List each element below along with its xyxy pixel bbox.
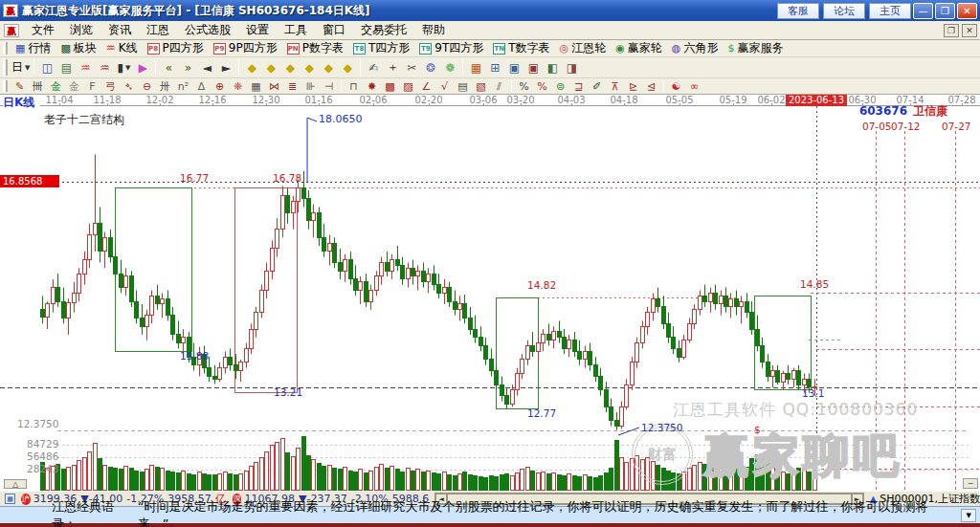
square-nine-icon[interactable]: n² <box>175 79 191 94</box>
menu-tools[interactable]: 工具 <box>277 21 315 38</box>
link-window-icon[interactable]: ◫ <box>38 59 56 77</box>
multi-grid-icon[interactable]: ≣ <box>284 79 301 94</box>
star-tool-icon[interactable]: ❈ <box>230 79 246 94</box>
percent-line-icon[interactable]: % <box>516 79 532 94</box>
shade-grid-icon[interactable]: ▩ <box>382 79 398 94</box>
compass-icon[interactable]: ❁ <box>441 59 458 77</box>
minimize-button[interactable]: — <box>913 3 933 19</box>
t9-square-button[interactable]: T99T四方形 <box>414 40 488 56</box>
check-wave-icon[interactable]: √ <box>436 79 453 94</box>
t-square-button[interactable]: T8T四方形 <box>348 40 414 56</box>
save-layout-icon[interactable]: ▣ <box>505 59 523 77</box>
pencil-tool-icon[interactable]: ✎ <box>11 79 28 94</box>
golden-box-icon[interactable]: 金 <box>48 79 64 94</box>
arc-tool-icon[interactable]: 弓 <box>102 79 119 94</box>
gann-diamond-6-icon[interactable]: ◆ <box>339 59 356 77</box>
home-button[interactable]: 主页 <box>869 3 911 19</box>
menu-browse[interactable]: 浏览 <box>62 21 100 38</box>
yinyang-icon[interactable]: ☯ <box>668 79 684 94</box>
gann-diamond-2-icon[interactable]: ◆ <box>262 59 279 77</box>
wave-mark-icon[interactable]: ⋈ <box>266 79 282 94</box>
major-wave-icon[interactable]: ♒ <box>96 59 113 77</box>
export-icon[interactable]: ◨ <box>563 59 580 77</box>
restore-button[interactable]: ❐ <box>935 3 955 19</box>
minor-wave-icon[interactable]: ♒ <box>77 59 94 77</box>
measure-icon[interactable]: ✂ <box>403 59 420 77</box>
stock-info-icon[interactable]: ▤ <box>57 59 75 77</box>
gann-wheel-button[interactable]: ◎江恩轮 <box>555 40 612 56</box>
angle-tool-icon[interactable]: ∠ <box>418 79 434 94</box>
quote-grid-icon[interactable]: ▦ <box>5 494 15 504</box>
support-button[interactable]: 客服 <box>777 3 819 19</box>
save-image-icon[interactable]: ▣ <box>524 59 542 77</box>
span-tool-icon[interactable]: ⊣ <box>321 79 337 94</box>
menu-formula[interactable]: 公式选股 <box>177 21 238 38</box>
golden-box2-icon[interactable]: 金 <box>66 79 82 94</box>
p9-square-button[interactable]: P99P四方形 <box>209 40 282 56</box>
period-daily-combo[interactable]: 日▼ <box>11 59 30 77</box>
quote-dropdown-button[interactable]: ▼ <box>961 509 976 522</box>
candlestick-chart[interactable]: 11-0411-1812-0212-1612-3001-1602-0602-20… <box>0 95 980 491</box>
gann-diamond-1-icon[interactable]: ◆ <box>243 59 260 77</box>
bars-tool-icon[interactable]: ⊪ <box>302 79 319 94</box>
calendar-icon[interactable]: ▦ <box>467 59 484 77</box>
shanghai-icon[interactable]: 沪 <box>21 494 31 505</box>
cycle-circle-icon[interactable]: ⊖ <box>139 79 155 94</box>
t-table-button[interactable]: TNT数字表 <box>488 40 554 56</box>
forum-button[interactable]: 论坛 <box>823 3 865 19</box>
monitor-icon[interactable]: ◧ <box>544 59 561 77</box>
gann-diamond-3-icon[interactable]: ◆ <box>281 59 299 77</box>
pen-adjust-icon[interactable]: ✐ <box>589 79 605 94</box>
slash-lines-icon[interactable]: ⫽ <box>491 79 507 94</box>
p-table-button[interactable]: PNP数字表 <box>282 40 348 56</box>
channel-icon[interactable]: ⊼ <box>607 79 623 94</box>
winner-service-button[interactable]: $赢家服务 <box>723 40 788 56</box>
gold-circle-icon[interactable]: ⊜ <box>552 79 568 94</box>
pane-expand-button[interactable]: △ <box>4 479 27 489</box>
close-button[interactable]: ✕ <box>957 3 977 19</box>
wheel-mini-icon[interactable]: ❂ <box>422 59 439 77</box>
indicator-flag-icon[interactable]: ▶ <box>134 59 151 77</box>
menu-window[interactable]: 窗口 <box>315 21 353 38</box>
rail-tool-icon[interactable]: ⊓ <box>345 79 362 94</box>
hexagon-button[interactable]: ◍六角形 <box>667 40 724 56</box>
menu-gann[interactable]: 江恩 <box>139 21 177 38</box>
p-square-button[interactable]: P8P四方形 <box>143 40 209 56</box>
ladder-up-icon[interactable]: ⊵ <box>625 79 641 94</box>
grid-tool-icon[interactable]: ▦ <box>248 79 264 94</box>
sectors-button[interactable]: ▩板块 <box>56 40 100 56</box>
mdi-restore-button[interactable]: ❐ <box>944 24 959 37</box>
mdi-close-button[interactable]: ✕ <box>962 24 977 37</box>
rays-tool-icon[interactable]: ✸ <box>364 79 380 94</box>
time-ruler-icon[interactable]: 卌 <box>30 79 46 94</box>
time-cycle-icon[interactable]: 卅 <box>157 79 173 94</box>
winner-wheel-button[interactable]: ◉赢家轮 <box>611 40 667 56</box>
next-page-icon[interactable]: ► <box>217 59 234 77</box>
kline-button[interactable]: ♒K线 <box>101 40 143 56</box>
menu-news[interactable]: 资讯 <box>100 21 139 38</box>
menu-settings[interactable]: 设置 <box>238 21 277 38</box>
first-page-icon[interactable]: « <box>160 59 177 77</box>
menu-help[interactable]: 帮助 <box>414 21 453 38</box>
prev-page-icon[interactable]: ◄ <box>198 59 215 77</box>
calculator-icon[interactable]: ⊞ <box>486 59 503 77</box>
fine-grid-icon[interactable]: ▤ <box>455 79 471 94</box>
dense-grid-icon[interactable]: ▧ <box>473 79 489 94</box>
last-page-icon[interactable]: » <box>179 59 196 77</box>
triangle-tool-icon[interactable]: ∆ <box>193 79 210 94</box>
percent-cut-icon[interactable]: % <box>534 79 550 94</box>
gann-diamond-4-icon[interactable]: ◆ <box>301 59 318 77</box>
gold-line-icon[interactable]: ⊒ <box>570 79 587 94</box>
trend-arrow-icon[interactable]: ➴ <box>121 79 137 94</box>
crosshair-icon[interactable]: ＋ <box>384 59 401 77</box>
menu-file[interactable]: 文件 <box>24 21 62 38</box>
candle-style-combo[interactable]: ▮▼ <box>115 59 132 77</box>
pan-hand-icon[interactable]: ✍ <box>365 59 382 77</box>
pane-minimize-button[interactable]: − <box>963 478 978 489</box>
gann-circle-icon[interactable]: ⊕ <box>212 79 228 94</box>
quotes-button[interactable]: ▦行情 <box>11 40 56 56</box>
gann-diamond-5-icon[interactable]: ◆ <box>320 59 337 77</box>
infinity-icon[interactable]: ∞ <box>686 79 702 94</box>
fibonacci-icon[interactable]: F <box>84 79 100 94</box>
ladder-dn-icon[interactable]: ⊴ <box>643 79 659 94</box>
